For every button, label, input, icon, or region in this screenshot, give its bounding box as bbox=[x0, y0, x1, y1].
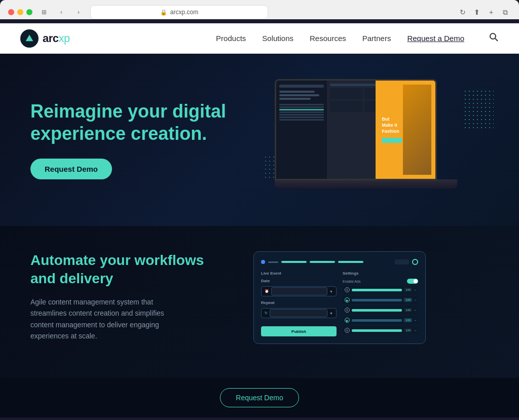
live-event-label: Live Event bbox=[261, 271, 337, 276]
new-tab-icon[interactable]: + bbox=[486, 7, 497, 18]
play-icon-1: ▶ bbox=[345, 297, 350, 302]
toggle-thumb bbox=[414, 279, 418, 283]
back-icon[interactable]: ‹ bbox=[56, 7, 67, 18]
nav-solutions[interactable]: Solutions bbox=[262, 34, 293, 43]
svg-line-1 bbox=[495, 39, 498, 41]
row-badge-1: 100 bbox=[404, 288, 412, 292]
nav-partners[interactable]: Partners bbox=[362, 34, 391, 43]
dash-header bbox=[261, 259, 418, 265]
repeat-label: Repeat bbox=[261, 300, 337, 305]
row-dots-2[interactable]: ··· bbox=[414, 298, 416, 302]
minimize-button[interactable] bbox=[17, 9, 23, 15]
dot-pattern-top bbox=[463, 89, 494, 130]
nav-request-demo[interactable]: Request a Demo bbox=[407, 34, 464, 43]
tabs-overview-icon[interactable]: ⧉ bbox=[500, 7, 511, 18]
dollar-icon-1: $ bbox=[345, 287, 350, 292]
screen-main: ButMake ItFashion bbox=[327, 81, 435, 179]
dash-row-1: $ 100 ··· bbox=[343, 286, 418, 294]
row-badge-5: 100 bbox=[404, 328, 412, 332]
laptop-base bbox=[275, 179, 457, 188]
dash-progress-bar3 bbox=[338, 261, 363, 263]
browser-actions: ↻ ⬆ + ⧉ bbox=[457, 7, 511, 18]
bottom-section: Request Demo bbox=[0, 378, 519, 417]
row-badge-4: 100 bbox=[404, 318, 412, 322]
date-label: Date bbox=[261, 279, 337, 283]
fashion-banner: ButMake ItFashion bbox=[376, 81, 435, 179]
enable-ads-label: Enable Ads bbox=[343, 280, 360, 283]
row-dots-3[interactable]: ··· bbox=[414, 308, 416, 313]
features-section: Automate your workflows and delivery Agi… bbox=[0, 226, 519, 378]
url-text: arcxp.com bbox=[170, 9, 198, 16]
logo-text: arcxp bbox=[43, 32, 70, 45]
maximize-button[interactable] bbox=[26, 9, 32, 15]
laptop-mockup: ButMake ItFashion bbox=[275, 79, 457, 201]
chevron-down-icon: ▼ bbox=[329, 290, 333, 293]
hero-content: Reimagine your digital experience creati… bbox=[30, 100, 243, 179]
close-button[interactable] bbox=[8, 9, 14, 15]
dash-body: Live Event Date ⏰ ▼ Repeat ↻ ▼ Publish S… bbox=[261, 271, 418, 336]
dash-progress-bar bbox=[281, 261, 307, 263]
share-icon[interactable]: ⬆ bbox=[471, 7, 483, 18]
dash-progress-bar2 bbox=[310, 261, 335, 263]
dash-row-4: ▶ 100 ··· bbox=[343, 316, 418, 324]
laptop-screen: ButMake ItFashion bbox=[275, 79, 437, 180]
dash-row-3: $ 100 ··· bbox=[343, 306, 418, 314]
repeat-select[interactable] bbox=[270, 309, 327, 317]
dollar-icon-2: $ bbox=[345, 308, 350, 313]
nav-resources[interactable]: Resources bbox=[310, 34, 346, 43]
request-demo-button[interactable]: Request Demo bbox=[30, 159, 112, 179]
dash-circle bbox=[412, 259, 418, 265]
screen-sidebar bbox=[276, 81, 327, 179]
features-content: Automate your workflows and delivery Agi… bbox=[30, 251, 223, 341]
fashion-text: ButMake ItFashion bbox=[382, 117, 429, 134]
dash-right-panel: Settings Enable Ads $ 100 ··· ▶ bbox=[343, 271, 418, 336]
row-bar-1 bbox=[352, 289, 402, 291]
address-bar[interactable]: 🔒 arcxp.com bbox=[90, 5, 268, 19]
screen-inner: ButMake ItFashion bbox=[276, 81, 435, 179]
svg-point-0 bbox=[490, 33, 496, 39]
enable-ads-row: Enable Ads bbox=[343, 279, 418, 284]
bottom-cta-button[interactable]: Request Demo bbox=[220, 388, 299, 407]
row-bar-3 bbox=[352, 309, 402, 312]
features-title: Automate your workflows and delivery bbox=[30, 251, 223, 288]
row-dots-4[interactable]: ··· bbox=[414, 318, 416, 323]
search-icon[interactable] bbox=[489, 32, 499, 45]
row-bar-2 bbox=[352, 299, 402, 301]
dash-row-5: $ 100 ··· bbox=[343, 326, 418, 334]
nav-links: Products Solutions Resources Partners Re… bbox=[216, 32, 499, 45]
row-badge-2: 100 bbox=[404, 298, 412, 302]
nav-products[interactable]: Products bbox=[216, 34, 246, 43]
logo[interactable]: arcxp bbox=[20, 29, 70, 48]
traffic-lights bbox=[8, 9, 32, 15]
row-dots-1[interactable]: ··· bbox=[414, 288, 416, 292]
row-dots-5[interactable]: ··· bbox=[414, 328, 416, 333]
play-icon-2: ▶ bbox=[345, 318, 350, 323]
dash-left-panel: Live Event Date ⏰ ▼ Repeat ↻ ▼ Publish bbox=[261, 271, 337, 336]
reload-icon[interactable]: ↻ bbox=[457, 7, 468, 18]
title-bar: ⊞ ‹ › 🔒 arcxp.com ↻ ⬆ + ⧉ bbox=[8, 5, 511, 19]
repeat-field[interactable]: ↻ ▼ bbox=[261, 308, 337, 318]
row-badge-3: 100 bbox=[404, 308, 412, 312]
dash-dot-blue bbox=[261, 260, 265, 264]
hero-title: Reimagine your digital experience creati… bbox=[30, 100, 243, 144]
browser-chrome: ⊞ ‹ › 🔒 arcxp.com ↻ ⬆ + ⧉ bbox=[0, 0, 519, 19]
enable-ads-toggle[interactable] bbox=[407, 279, 418, 284]
sidebar-toggle-icon[interactable]: ⊞ bbox=[39, 7, 50, 18]
chevron-down-icon2: ▼ bbox=[329, 312, 333, 315]
logo-icon bbox=[20, 29, 39, 48]
date-field[interactable]: ⏰ ▼ bbox=[261, 286, 337, 296]
forward-icon[interactable]: › bbox=[73, 7, 84, 18]
repeat-icon: ↻ bbox=[265, 311, 268, 315]
settings-label: Settings bbox=[343, 271, 418, 276]
publish-button[interactable]: Publish bbox=[261, 326, 337, 336]
lock-icon: 🔒 bbox=[160, 9, 167, 16]
date-select[interactable] bbox=[271, 287, 327, 295]
row-bar-5 bbox=[352, 329, 402, 332]
dollar-icon-3: $ bbox=[345, 328, 350, 333]
dashboard-mockup: Live Event Date ⏰ ▼ Repeat ↻ ▼ Publish S… bbox=[253, 251, 426, 344]
hero-visual: ButMake ItFashion bbox=[243, 79, 489, 201]
row-bar-4 bbox=[352, 319, 402, 322]
dash-row-2: ▶ 100 ··· bbox=[343, 296, 418, 304]
hero-section: Reimagine your digital experience creati… bbox=[0, 54, 519, 226]
features-description: Agile content management system that str… bbox=[30, 296, 182, 342]
